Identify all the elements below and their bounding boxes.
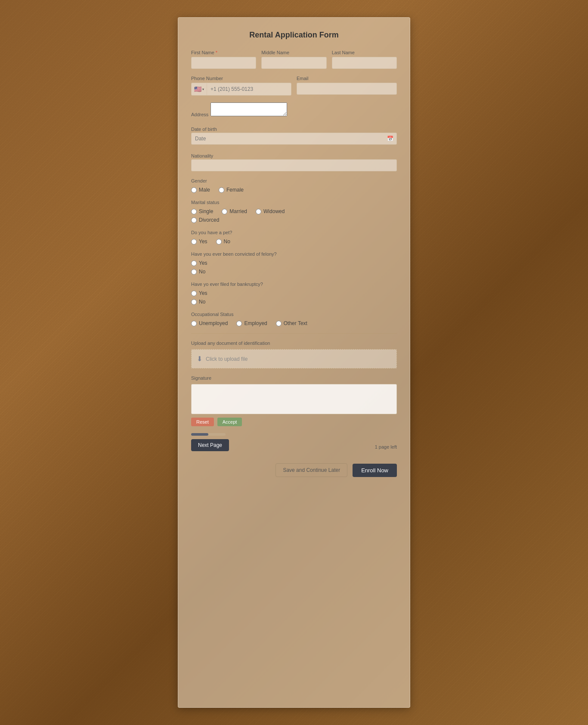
email-group: Email	[297, 76, 397, 96]
dob-wrapper: 📅	[191, 133, 397, 145]
phone-input[interactable]	[207, 84, 291, 95]
next-page-button[interactable]: Next Page	[191, 439, 229, 451]
marital-divorced-radio[interactable]	[191, 217, 197, 223]
gender-group: Gender Male Female	[191, 178, 397, 193]
bankruptcy-yes-radio[interactable]	[191, 291, 197, 296]
occupational-group: Occupational Status Unemployed Employed …	[191, 312, 397, 326]
first-name-group: First Name *	[191, 50, 256, 69]
upload-area[interactable]: ⬇ Click to upload file	[191, 349, 397, 369]
reset-button[interactable]: Reset	[191, 418, 214, 426]
occupational-other-radio[interactable]	[276, 321, 282, 326]
marital-widowed-option[interactable]: Widowed	[256, 208, 285, 214]
bankruptcy-no-label: No	[199, 299, 205, 305]
dob-input[interactable]	[191, 133, 397, 145]
bottom-actions: Save and Continue Later Enroll Now	[191, 463, 397, 477]
occupational-options: Unemployed Employed Other Text	[191, 320, 397, 326]
occupational-employed-label: Employed	[244, 320, 267, 326]
dob-group: Date of birth 📅	[191, 125, 397, 145]
marital-single-option[interactable]: Single	[191, 208, 213, 214]
signature-canvas[interactable]	[191, 384, 397, 414]
occupational-employed-radio[interactable]	[236, 321, 242, 326]
felony-no-radio[interactable]	[191, 269, 197, 275]
flag-emoji: 🇺🇸	[194, 86, 201, 93]
phone-flag[interactable]: 🇺🇸 ▾	[192, 83, 207, 95]
form-title: Rental Application Form	[191, 31, 397, 40]
progress-bar-wrapper	[191, 433, 397, 436]
phone-input-wrapper: 🇺🇸 ▾	[191, 83, 291, 96]
marital-divorced-option[interactable]: Divorced	[191, 217, 397, 223]
name-row: First Name * Middle Name Last Name	[191, 50, 397, 69]
marital-married-radio[interactable]	[222, 209, 227, 214]
next-page-row: Next Page 1 page left	[191, 439, 397, 458]
address-label: Address	[191, 112, 208, 117]
divider-1	[191, 333, 397, 334]
first-name-input[interactable]	[191, 57, 256, 69]
felony-no-option[interactable]: No	[191, 269, 205, 275]
bankruptcy-options: Yes No	[191, 290, 397, 305]
enroll-now-button[interactable]: Enroll Now	[353, 464, 397, 477]
felony-yes-option[interactable]: Yes	[191, 260, 207, 266]
occupational-label: Occupational Status	[191, 312, 397, 317]
dob-label: Date of birth	[191, 127, 217, 132]
occupational-other-option[interactable]: Other Text	[276, 320, 307, 326]
progress-bar-fill	[191, 433, 208, 436]
marital-widowed-radio[interactable]	[256, 209, 261, 214]
last-name-label: Last Name	[332, 50, 397, 55]
bankruptcy-group: Have yo ever filed for bankruptcy? Yes N…	[191, 282, 397, 305]
pet-options: Yes No	[191, 239, 397, 245]
bankruptcy-no-radio[interactable]	[191, 299, 197, 305]
middle-name-label: Middle Name	[261, 50, 326, 55]
occupational-unemployed-option[interactable]: Unemployed	[191, 320, 228, 326]
nationality-label: Nationality	[191, 153, 213, 158]
phone-label: Phone Number	[191, 76, 291, 81]
felony-options: Yes No	[191, 260, 397, 275]
upload-group: Upload any document of identification ⬇ …	[191, 341, 397, 369]
bankruptcy-yes-label: Yes	[199, 290, 207, 296]
felony-yes-radio[interactable]	[191, 260, 197, 266]
nationality-group: Nationality	[191, 152, 397, 171]
felony-yes-label: Yes	[199, 260, 207, 266]
phone-group: Phone Number 🇺🇸 ▾	[191, 76, 291, 96]
gender-options: Male Female	[191, 187, 397, 193]
gender-female-label: Female	[226, 187, 244, 193]
occupational-unemployed-radio[interactable]	[191, 321, 197, 326]
signature-group: Signature Reset Accept	[191, 375, 397, 426]
marital-married-option[interactable]: Married	[222, 208, 247, 214]
pet-no-option[interactable]: No	[216, 239, 230, 245]
pet-yes-option[interactable]: Yes	[191, 239, 207, 245]
pet-no-radio[interactable]	[216, 239, 222, 245]
gender-label: Gender	[191, 178, 397, 183]
marital-widowed-label: Widowed	[263, 208, 285, 214]
address-input[interactable]	[210, 102, 287, 116]
marital-divorced-row: Divorced	[191, 217, 397, 223]
accept-button[interactable]: Accept	[217, 418, 242, 426]
pet-yes-label: Yes	[199, 239, 207, 245]
pet-yes-radio[interactable]	[191, 239, 197, 245]
gender-female-radio[interactable]	[219, 187, 224, 193]
marital-divorced-label: Divorced	[199, 217, 219, 223]
felony-no-label: No	[199, 269, 205, 275]
middle-name-group: Middle Name	[261, 50, 326, 69]
email-input[interactable]	[297, 83, 397, 95]
last-name-group: Last Name	[332, 50, 397, 69]
middle-name-input[interactable]	[261, 57, 326, 69]
gender-male-radio[interactable]	[191, 187, 197, 193]
save-continue-later-button[interactable]: Save and Continue Later	[275, 463, 347, 477]
marital-single-radio[interactable]	[191, 209, 197, 214]
occupational-employed-option[interactable]: Employed	[236, 320, 267, 326]
gender-male-option[interactable]: Male	[191, 187, 210, 193]
bankruptcy-label: Have yo ever filed for bankruptcy?	[191, 282, 397, 287]
pet-label: Do you have a pet?	[191, 230, 397, 235]
gender-female-option[interactable]: Female	[219, 187, 244, 193]
felony-group: Have you ever been convicted of felony? …	[191, 251, 397, 275]
last-name-input[interactable]	[332, 57, 397, 69]
nationality-input[interactable]	[191, 159, 397, 171]
marital-options: Single Married Widowed	[191, 208, 397, 214]
marital-married-label: Married	[229, 208, 247, 214]
bankruptcy-yes-option[interactable]: Yes	[191, 290, 207, 296]
upload-label: Upload any document of identification	[191, 341, 397, 346]
address-group: Address	[191, 102, 397, 118]
rental-application-form: Rental Application Form First Name * Mid…	[178, 17, 410, 708]
bankruptcy-no-option[interactable]: No	[191, 299, 205, 305]
occupational-unemployed-label: Unemployed	[199, 320, 228, 326]
